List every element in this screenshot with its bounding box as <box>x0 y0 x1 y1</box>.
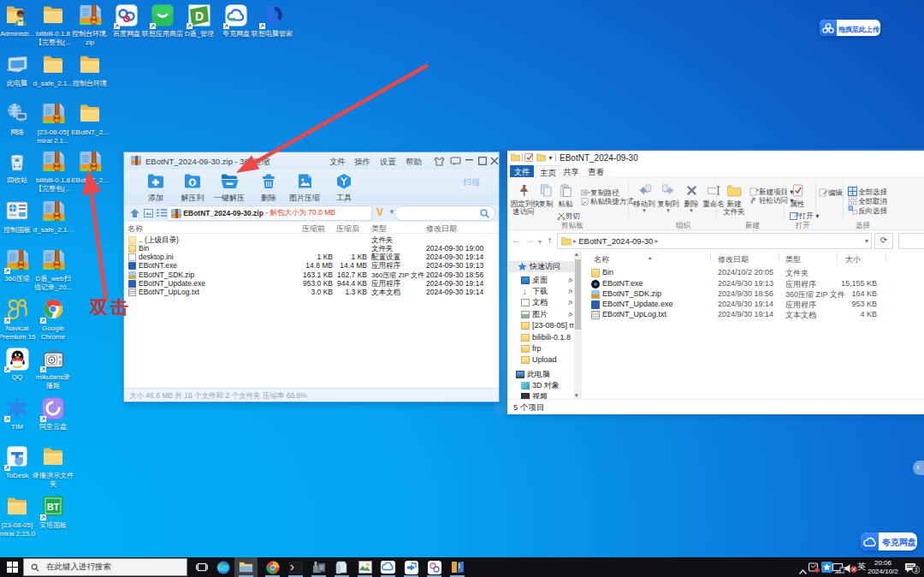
svg-text:ZIP: ZIP <box>45 111 51 116</box>
svg-text:ZIP: ZIP <box>9 258 15 262</box>
svg-text:ZIP: ZIP <box>82 13 88 17</box>
svg-text:3: 3 <box>915 567 918 573</box>
svg-text:BT: BT <box>47 502 60 512</box>
svg-text:D: D <box>195 9 204 23</box>
svg-text:ZIP: ZIP <box>45 209 51 213</box>
svg-text:ZIP: ZIP <box>45 159 51 164</box>
svg-text:ZIP: ZIP <box>82 159 88 164</box>
svg-text:ZIP: ZIP <box>45 258 51 262</box>
